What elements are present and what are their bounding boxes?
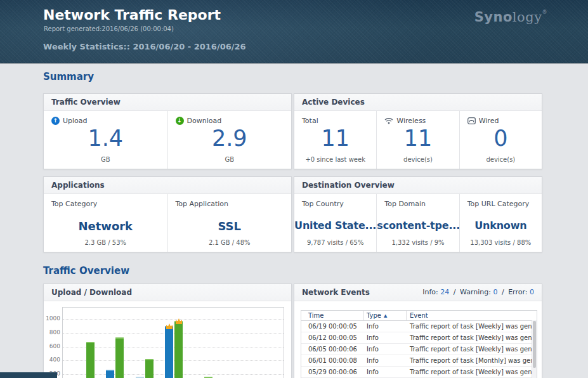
event-cell: Traffic report of task [Weekly] was gene… [407, 321, 537, 332]
report-period: Weekly Statistics:: 2016/06/20 - 2016/06… [43, 42, 246, 51]
type-cell: Info [364, 332, 407, 343]
report-header: Network Traffic Report Report generated:… [0, 0, 588, 63]
time-cell: 06/19 00:00:05 [301, 321, 364, 332]
download-bar [115, 337, 124, 378]
events-table-body: 06/19 00:00:05InfoTraffic report of task… [301, 321, 537, 378]
info-count-label: Info: [422, 288, 438, 296]
card-title: Network Events Info: 24 / Warning: 0 / E… [294, 284, 542, 301]
table-row[interactable]: 06/05 00:00:06InfoTraffic report of task… [301, 344, 537, 355]
download-bar [86, 342, 95, 378]
wireless-devices-stat: Wireless 11 device(s) [376, 111, 459, 169]
upload-download-chart-card: Upload / Download 1000800600400200 [43, 284, 292, 378]
summary-section-heading: Summary [43, 71, 94, 82]
column-header-event[interactable]: Event [407, 311, 537, 320]
events-table: Time Type▲ Event 06/19 00:00:05InfoTraff… [301, 310, 537, 378]
traffic-overview-card: Traffic Overview Upload 1.4 GB Download … [43, 93, 292, 169]
time-cell: 06/01 00:00:08 [301, 355, 364, 366]
stat-label: Top Application [176, 200, 229, 208]
download-unit: GB [168, 156, 292, 163]
stat-label: Top Category [51, 200, 97, 208]
events-summary-counts: Info: 24 / Warning: 0 / Error: 0 [422, 284, 534, 301]
upload-value: 1.4 [44, 126, 167, 151]
card-title: Active Devices [294, 94, 542, 111]
generated-timestamp: Report generated:2016/06/26 (00:00:04) [44, 25, 174, 32]
traffic-section-heading: Traffic Overview [43, 265, 129, 277]
report-page: Network Traffic Report Report generated:… [0, 0, 588, 378]
event-cell: Traffic report of task [Weekly] was gene… [407, 344, 537, 355]
stat-label: Upload [63, 117, 88, 125]
chart-plot [62, 307, 284, 378]
warning-count-label: Warning: [460, 288, 491, 296]
top-url-category-sub: 13,303 visits / 88% [460, 239, 542, 246]
upload-unit: GB [44, 156, 167, 163]
scrollbar-thumb[interactable] [533, 321, 536, 368]
upload-stat: Upload 1.4 GB [44, 111, 167, 169]
wireless-icon [384, 117, 393, 124]
download-bar [145, 359, 154, 378]
download-bar [174, 321, 183, 378]
top-country-value: United State... [294, 219, 376, 231]
status-strip [0, 372, 57, 378]
crown-icon [166, 320, 173, 325]
table-row[interactable]: 05/29 00:00:06InfoTraffic report of task… [301, 367, 537, 378]
stat-label: Total [302, 117, 318, 125]
top-country-stat: Top Country United State... 9,787 visits… [294, 194, 376, 252]
sort-asc-icon: ▲ [384, 313, 387, 318]
event-cell: Traffic report of task [Monthly] was gen… [407, 355, 537, 366]
events-title: Network Events [302, 288, 370, 297]
wireless-devices-sub: device(s) [377, 156, 459, 163]
upload-bar [106, 370, 114, 378]
upload-icon [51, 117, 60, 125]
total-devices-sub: +0 since last week [294, 156, 376, 163]
event-cell: Traffic report of task [Weekly] was gene… [407, 332, 537, 343]
top-category-sub: 2.3 GB / 53% [44, 239, 167, 246]
wired-devices-value: 0 [460, 126, 542, 151]
stat-label: Wireless [396, 117, 426, 125]
error-count-value: 0 [530, 288, 534, 296]
wired-icon [467, 117, 476, 124]
top-url-category-value: Unknown [460, 219, 542, 231]
column-header-time[interactable]: Time [301, 311, 364, 320]
wired-devices-stat: Wired 0 device(s) [459, 111, 542, 169]
top-domain-stat: Top Domain scontent-tpe... 1,332 visits … [376, 194, 459, 252]
card-title: Applications [44, 177, 291, 194]
applications-card: Applications Top Category Network 2.3 GB… [43, 176, 292, 252]
network-events-card: Network Events Info: 24 / Warning: 0 / E… [294, 284, 542, 378]
gridline [63, 319, 284, 320]
crown-icon [175, 315, 183, 320]
card-title: Traffic Overview [44, 94, 291, 111]
page-title: Network Traffic Report [43, 7, 221, 23]
info-count-value: 24 [440, 288, 449, 296]
table-row[interactable]: 06/19 00:00:05InfoTraffic report of task… [301, 321, 537, 332]
events-scrollbar[interactable] [532, 320, 537, 378]
stat-label: Wired [479, 117, 499, 125]
table-row[interactable]: 06/12 00:00:05InfoTraffic report of task… [301, 332, 537, 344]
top-domain-value: scontent-tpe... [377, 219, 459, 231]
warning-count-value: 0 [493, 288, 497, 296]
download-stat: Download 2.9 GB [167, 111, 292, 169]
column-header-type[interactable]: Type▲ [364, 311, 407, 320]
type-cell: Info [364, 344, 407, 355]
y-axis-tick-label: 1000 [44, 315, 60, 322]
card-title: Destination Overview [294, 177, 542, 194]
table-row[interactable]: 06/01 00:00:08InfoTraffic report of task… [301, 355, 537, 367]
y-axis-tick-label: 800 [44, 329, 60, 336]
stat-label: Download [187, 117, 222, 125]
type-cell: Info [364, 367, 407, 377]
total-devices-stat: Total 11 +0 since last week [294, 111, 376, 169]
y-axis-tick-label: 600 [44, 343, 60, 349]
total-devices-value: 11 [294, 126, 376, 151]
error-count-label: Error: [508, 288, 527, 296]
stat-label: Top Country [302, 200, 344, 208]
y-axis-tick-label: 400 [44, 356, 60, 363]
type-cell: Info [364, 321, 407, 332]
wired-devices-sub: device(s) [460, 156, 542, 163]
synology-logo: Synology® [474, 10, 547, 25]
type-cell: Info [364, 355, 407, 366]
time-cell: 05/29 00:00:06 [301, 367, 364, 377]
top-application-value: SSL [168, 219, 292, 233]
top-category-value: Network [44, 219, 167, 233]
top-country-sub: 9,787 visits / 65% [294, 239, 376, 246]
top-application-stat: Top Application SSL 2.1 GB / 48% [167, 194, 292, 252]
events-table-header: Time Type▲ Event [301, 311, 537, 321]
